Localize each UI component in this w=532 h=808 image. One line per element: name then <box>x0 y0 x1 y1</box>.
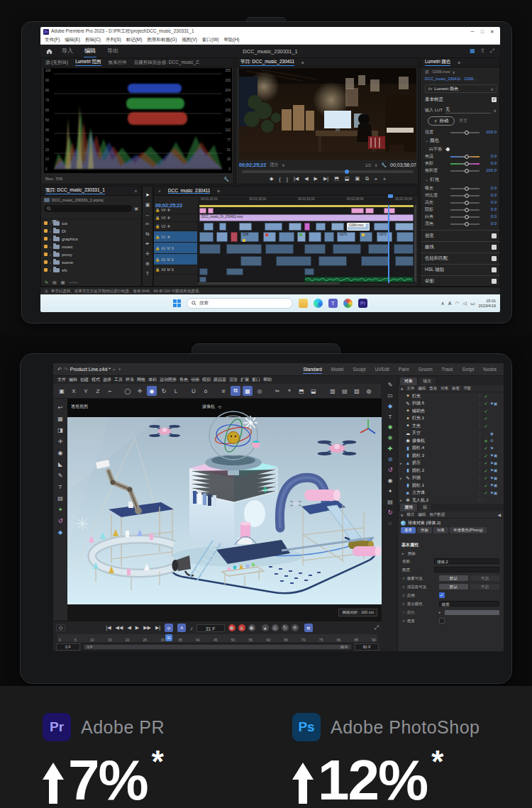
chevron-icon[interactable]: › <box>50 245 51 249</box>
go-end-icon[interactable]: ▶| <box>155 625 160 631</box>
object-row[interactable]: ✦ 主光 ⋮ ✓ <box>398 422 504 430</box>
layout-tab[interactable]: Model <box>331 365 344 374</box>
fold[interactable]: ▸ <box>400 498 404 502</box>
section-checkbox[interactable]: ✓ <box>492 279 497 284</box>
menu-item[interactable]: 样条 <box>126 377 134 383</box>
fx-name[interactable]: Lumetri 颜色 <box>434 86 458 92</box>
new-bin-icon[interactable]: ▣ <box>134 206 138 211</box>
menu-item[interactable]: 运动图形 <box>160 377 177 383</box>
panel-tab[interactable]: 效果控件 <box>109 60 127 66</box>
menu-item[interactable]: 选择 <box>103 377 111 383</box>
teams-icon[interactable]: T <box>328 299 338 308</box>
add-button-icon[interactable]: + <box>383 177 386 182</box>
close-button[interactable]: ✕ <box>487 29 497 35</box>
program-video[interactable] <box>239 68 416 160</box>
input-lut-value[interactable]: 无 <box>445 106 491 114</box>
layout-tab[interactable]: Nodes <box>483 365 497 374</box>
axis-y-button[interactable]: Y <box>81 386 91 396</box>
label-chip[interactable] <box>44 260 48 264</box>
axis-x-button[interactable]: X <box>69 386 79 396</box>
object-tags[interactable]: ⚑▣ <box>490 476 501 480</box>
go-in-icon[interactable]: |◀ <box>294 176 299 182</box>
object-row[interactable]: ✦ 灯光 ⋮ ✓ <box>398 392 504 400</box>
work-area-bar[interactable] <box>199 205 414 207</box>
enable-check[interactable]: ✓ <box>483 483 489 488</box>
tab-attributes[interactable]: 属性 <box>400 504 417 511</box>
am-tab-basic[interactable]: 基本 <box>401 527 416 533</box>
xray-checkbox[interactable] <box>439 618 445 624</box>
minimize-button[interactable]: ─ <box>467 29 477 35</box>
menu-item[interactable]: 窗口 <box>252 377 260 383</box>
render-film3-icon[interactable]: ▧ <box>352 386 362 396</box>
lumetri-section-row[interactable]: 色轮和匹配 ✓ <box>421 253 500 264</box>
layout-tab[interactable]: Groom <box>419 365 433 374</box>
am-tab-coord[interactable]: 坐标 <box>417 527 432 533</box>
ime-icon[interactable]: A <box>448 301 452 306</box>
slider-control[interactable] <box>450 153 480 159</box>
zoom-slider-icon[interactable]: ─○─ <box>69 280 77 284</box>
tweak-icon[interactable]: T <box>59 484 62 490</box>
deformer-icon[interactable]: ⊘ <box>388 456 393 463</box>
om-menu-item[interactable]: 文件 <box>406 386 414 391</box>
track-header-a2[interactable]: 🔒A2MS <box>154 254 197 265</box>
panel-menu-icon[interactable]: ≡ <box>458 60 460 65</box>
render-film2-icon[interactable]: ▤ <box>340 386 350 396</box>
close-doc-icon[interactable]: × <box>113 367 116 372</box>
om-menu-item[interactable]: 编辑 <box>418 386 426 391</box>
autokey-button[interactable]: A <box>238 624 245 631</box>
play-forward-icon[interactable]: ▶ <box>135 625 139 631</box>
object-tags[interactable]: ⚑▣ <box>490 468 501 472</box>
play-icon[interactable]: ▶ <box>314 176 318 182</box>
coord-icon[interactable]: ▣ <box>57 386 67 396</box>
menu-item[interactable]: 渲染 <box>229 377 238 383</box>
windows-start-icon[interactable] <box>173 299 181 307</box>
clip-c673[interactable]: C673 <box>337 232 355 242</box>
menu-item[interactable]: 扩展 <box>240 377 249 383</box>
timeline-vscrollbar[interactable] <box>414 205 416 282</box>
camera-object-icon[interactable]: ◉ <box>388 477 393 484</box>
object-tags[interactable]: ⚑▣ <box>490 453 501 458</box>
current-frame-field[interactable]: 31 F <box>196 624 225 632</box>
polygons-mode-icon[interactable]: ✎ <box>58 472 63 479</box>
enable-check[interactable]: ✓ <box>483 490 489 495</box>
lumetri-section-row[interactable]: 曲线 ✓ <box>421 241 500 253</box>
track-header-v1[interactable]: 🔒V1👁 <box>154 231 197 243</box>
key-param-button[interactable]: ✛ <box>292 624 299 631</box>
add-marker-icon[interactable]: ◆ <box>270 176 273 182</box>
enable-check[interactable]: ✓ <box>483 409 489 414</box>
razor-tool-icon[interactable]: ✄ <box>145 221 150 227</box>
object-row[interactable]: ■ 立方体 ⋮ ✓ ⚑▣ <box>398 489 504 497</box>
object-tags[interactable]: ⚑▣ <box>490 491 501 495</box>
name-input[interactable]: 球体.2 <box>434 558 499 564</box>
slider-control[interactable] <box>450 214 480 219</box>
fcurve-icon[interactable]: ⤢ <box>375 624 379 631</box>
intensity-slider[interactable] <box>450 129 480 135</box>
fold[interactable]: ▸ <box>400 461 404 465</box>
wifi-icon[interactable]: ◠ <box>455 301 459 306</box>
layer-dots[interactable]: ⋮ <box>478 394 482 398</box>
step-fwd-icon[interactable]: ▶| <box>323 176 328 182</box>
menu-item[interactable]: 文件 <box>57 377 66 383</box>
rd-vis-on-button[interactable]: 开启 <box>470 584 499 590</box>
program-tab[interactable]: 节目: DCC_music_230411 <box>240 59 294 66</box>
field-icon[interactable]: ◌ <box>389 520 392 526</box>
taskbar-search-input[interactable]: 搜索 <box>187 298 293 309</box>
object-tags[interactable]: ⚑▣ <box>490 461 501 465</box>
render-settings-icon[interactable]: ✂ <box>272 386 282 396</box>
object-row[interactable]: ▮ 圆柱.3 ⋮ ✓ ⚑▣ <box>398 452 504 460</box>
basic-correction-header[interactable]: 基本校正 <box>425 96 443 103</box>
am-menu-icon[interactable]: ≡ <box>401 513 403 517</box>
chevron-icon[interactable]: › <box>50 260 51 265</box>
mark-out-icon[interactable]: } <box>287 177 288 182</box>
enable-check[interactable]: ✓ <box>483 460 489 465</box>
layer-dots[interactable]: ⋮ <box>478 424 482 428</box>
am-menu-item[interactable]: 用户数据 <box>429 512 445 517</box>
slider-control[interactable] <box>450 221 480 226</box>
workspace-tab[interactable]: 编辑 <box>84 45 96 57</box>
enable-check[interactable]: ✓ <box>483 401 489 406</box>
layer-dots[interactable]: ⋮ <box>478 468 482 472</box>
menu-item[interactable]: 标记(M) <box>126 37 143 43</box>
slip-tool-icon[interactable]: ⇆ <box>145 231 150 237</box>
volume-icon[interactable]: ◁ <box>463 301 467 306</box>
bin-row[interactable]: › graphics <box>41 235 141 243</box>
